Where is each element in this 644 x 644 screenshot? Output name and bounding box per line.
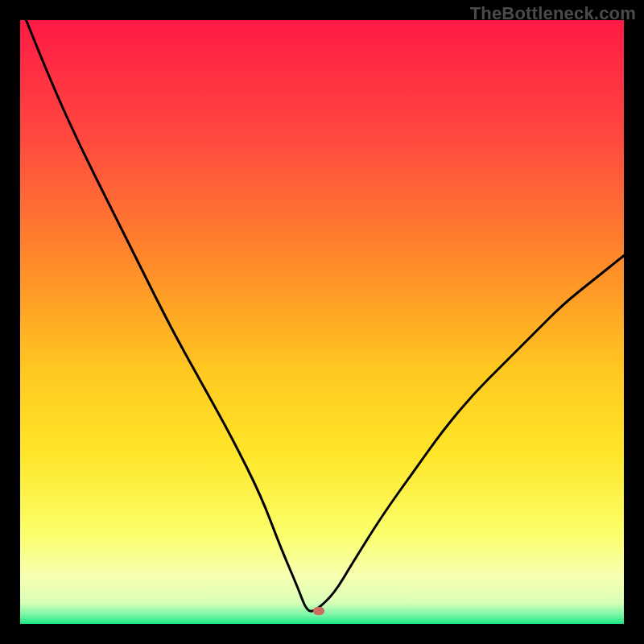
gradient-background <box>20 20 624 624</box>
plot-svg <box>20 20 624 624</box>
plot-area <box>20 20 624 624</box>
optimal-point-marker <box>313 607 324 615</box>
watermark-text: TheBottleneck.com <box>470 3 636 24</box>
chart-frame: TheBottleneck.com <box>0 0 644 644</box>
